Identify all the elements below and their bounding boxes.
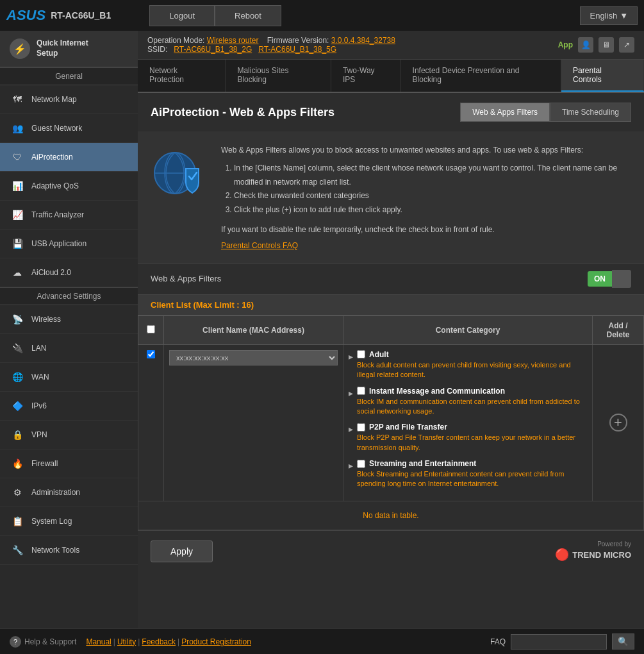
footer-link-product-registration[interactable]: Product Registration bbox=[181, 637, 251, 646]
im-checkbox[interactable] bbox=[357, 387, 365, 395]
category-instant-message: ▸ Instant Message and Communication Bloc… bbox=[349, 387, 587, 417]
table-row: xx:xx:xx:xx:xx:xx ▸ bbox=[138, 344, 644, 501]
footer-links: Manual | Utility | Feedback | Product Re… bbox=[86, 637, 251, 646]
sidebar-item-label: USB Application bbox=[31, 239, 87, 248]
language-button[interactable]: English ▼ bbox=[580, 6, 638, 25]
sidebar-item-traffic-analyzer[interactable]: 📈 Traffic Analyzer bbox=[0, 201, 138, 230]
footer-faq: FAQ 🔍 bbox=[490, 633, 634, 650]
sidebar-item-system-log[interactable]: 📋 System Log bbox=[0, 507, 138, 536]
filter-tab-web-apps[interactable]: Web & Apps Filters bbox=[460, 103, 550, 122]
logout-button[interactable]: Logout bbox=[149, 5, 215, 26]
usb-application-icon: 💾 bbox=[10, 236, 25, 251]
sidebar-item-network-map[interactable]: 🗺 Network Map bbox=[0, 85, 138, 114]
sidebar-item-vpn[interactable]: 🔒 VPN bbox=[0, 421, 138, 449]
globe-shield-icon bbox=[151, 144, 208, 202]
sidebar-item-label: IPv6 bbox=[31, 401, 47, 410]
footer-link-utility[interactable]: Utility bbox=[117, 637, 136, 646]
sidebar-item-firewall[interactable]: 🔥 Firewall bbox=[0, 449, 138, 478]
apply-section: Apply Powered by 🔴 TREND MICRO bbox=[138, 530, 644, 572]
streaming-expand-icon[interactable]: ▸ bbox=[349, 460, 353, 471]
info-text: Web & Apps Filters allows you to block a… bbox=[221, 144, 631, 250]
sidebar-item-adaptive-qos[interactable]: 📊 Adaptive QoS bbox=[0, 172, 138, 201]
tab-malicious-sites[interactable]: Malicious Sites Blocking bbox=[226, 60, 331, 92]
sidebar: ⚡ Quick Internet Setup General 🗺 Network… bbox=[0, 31, 138, 628]
im-expand-icon[interactable]: ▸ bbox=[349, 388, 353, 398]
sidebar-item-label: Administration bbox=[31, 488, 80, 497]
im-content: Instant Message and Communication Block … bbox=[357, 387, 587, 417]
administration-icon: ⚙ bbox=[10, 485, 25, 500]
sidebar-item-administration[interactable]: ⚙ Administration bbox=[0, 478, 138, 507]
im-check-label: Instant Message and Communication bbox=[357, 387, 587, 396]
adult-expand-icon[interactable]: ▸ bbox=[349, 351, 353, 362]
sidebar-item-quick-setup[interactable]: ⚡ Quick Internet Setup bbox=[0, 31, 138, 67]
share-icon[interactable]: ↗ bbox=[619, 37, 634, 53]
table-container: Client Name (MAC Address) Content Catego… bbox=[138, 315, 644, 530]
sidebar-item-label: Adaptive QoS bbox=[31, 181, 79, 190]
info-bar-left: Operation Mode: Wireless router Firmware… bbox=[147, 36, 395, 54]
client-table: Client Name (MAC Address) Content Catego… bbox=[138, 315, 644, 530]
p2p-expand-icon[interactable]: ▸ bbox=[349, 424, 353, 434]
ssid-5g-link[interactable]: RT-AC66U_B1_38_5G bbox=[258, 45, 336, 54]
toggle-off-area bbox=[612, 270, 631, 288]
faq-search-button[interactable]: 🔍 bbox=[612, 633, 634, 650]
sidebar-item-usb-application[interactable]: 💾 USB Application bbox=[0, 230, 138, 258]
filter-tab-time-scheduling[interactable]: Time Scheduling bbox=[550, 103, 631, 122]
firmware-link[interactable]: 3.0.0.4.384_32738 bbox=[331, 36, 395, 45]
apply-button[interactable]: Apply bbox=[151, 541, 213, 562]
sidebar-item-wireless[interactable]: 📡 Wireless bbox=[0, 305, 138, 334]
sidebar-item-aiprotection[interactable]: 🛡 AiProtection bbox=[0, 143, 138, 172]
main-layout: ⚡ Quick Internet Setup General 🗺 Network… bbox=[0, 31, 644, 628]
footer-link-manual[interactable]: Manual bbox=[86, 637, 111, 646]
p2p-content: P2P and File Transfer Block P2P and File… bbox=[357, 423, 587, 453]
sidebar-item-label: Traffic Analyzer bbox=[31, 210, 84, 219]
footer-link-feedback[interactable]: Feedback bbox=[142, 637, 176, 646]
adult-checkbox[interactable] bbox=[357, 350, 365, 358]
add-rule-button[interactable]: + bbox=[609, 414, 627, 432]
sidebar-item-wan[interactable]: 🌐 WAN bbox=[0, 363, 138, 392]
faq-search-input[interactable] bbox=[511, 634, 607, 650]
sidebar-item-network-tools[interactable]: 🔧 Network Tools bbox=[0, 536, 138, 565]
select-all-checkbox[interactable] bbox=[147, 325, 155, 333]
system-log-icon: 📋 bbox=[10, 514, 25, 529]
firewall-icon: 🔥 bbox=[10, 456, 25, 471]
operation-mode-link[interactable]: Wireless router bbox=[207, 36, 259, 45]
trend-micro-branding: Powered by 🔴 TREND MICRO bbox=[555, 541, 631, 562]
content-category-cell: ▸ Adult Block adult content can prevent … bbox=[343, 344, 593, 501]
tab-infected-device[interactable]: Infected Device Prevention and Blocking bbox=[401, 60, 562, 92]
adult-desc: Block adult content can prevent child fr… bbox=[357, 360, 587, 380]
sidebar-item-guest-network[interactable]: 👥 Guest Network bbox=[0, 114, 138, 143]
logo-model: RT-AC66U_B1 bbox=[51, 10, 111, 21]
header: ASUS RT-AC66U_B1 Logout Reboot English ▼ bbox=[0, 0, 644, 31]
tab-two-way-ips[interactable]: Two-Way IPS bbox=[331, 60, 401, 92]
im-label: Instant Message and Communication bbox=[369, 387, 505, 396]
adult-content: Adult Block adult content can prevent ch… bbox=[357, 350, 587, 380]
streaming-label: Streaming and Entertainment bbox=[369, 459, 476, 468]
col-header-add-delete: Add / Delete bbox=[593, 315, 644, 344]
chevron-down-icon: ▼ bbox=[620, 11, 628, 21]
sidebar-item-label: AiCloud 2.0 bbox=[31, 268, 71, 277]
web-apps-filter-toggle[interactable]: ON bbox=[588, 270, 631, 288]
toggle-on-label: ON bbox=[588, 271, 612, 287]
col-header-content-category: Content Category bbox=[343, 315, 593, 344]
client-name-cell: xx:xx:xx:xx:xx:xx bbox=[164, 344, 343, 501]
client-name-dropdown[interactable]: xx:xx:xx:xx:xx:xx bbox=[169, 350, 338, 365]
info-section: Web & Apps Filters allows you to block a… bbox=[138, 131, 644, 264]
ssid-2g-link[interactable]: RT-AC66U_B1_38_2G bbox=[174, 45, 252, 54]
tab-parental-controls[interactable]: Parental Controls bbox=[561, 60, 644, 92]
monitor-icon[interactable]: 🖥 bbox=[599, 37, 614, 53]
sidebar-item-ipv6[interactable]: 🔷 IPv6 bbox=[0, 392, 138, 421]
parental-controls-faq-link[interactable]: Parental Controls FAQ bbox=[221, 241, 298, 250]
vpn-icon: 🔒 bbox=[10, 427, 25, 442]
p2p-check-label: P2P and File Transfer bbox=[357, 423, 587, 432]
sidebar-item-label: Firewall bbox=[31, 459, 58, 468]
tab-network-protection[interactable]: Network Protection bbox=[138, 60, 226, 92]
person-icon[interactable]: 👤 bbox=[578, 37, 593, 53]
streaming-checkbox[interactable] bbox=[357, 460, 365, 468]
sidebar-item-label: Guest Network bbox=[31, 124, 82, 133]
reboot-button[interactable]: Reboot bbox=[215, 5, 281, 26]
trend-micro-label: TREND MICRO bbox=[572, 550, 631, 560]
sidebar-item-aicloud[interactable]: ☁ AiCloud 2.0 bbox=[0, 258, 138, 287]
p2p-checkbox[interactable] bbox=[357, 423, 365, 432]
sidebar-item-lan[interactable]: 🔌 LAN bbox=[0, 334, 138, 363]
row-checkbox[interactable] bbox=[147, 350, 155, 358]
